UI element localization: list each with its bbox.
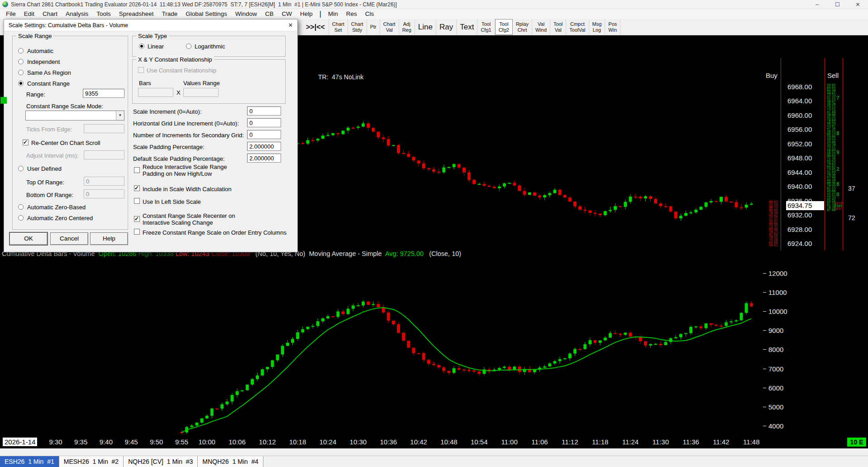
- radio-automatic[interactable]: [18, 48, 24, 53]
- row-input-4[interactable]: 2.000000: [247, 154, 281, 163]
- time-tick-label: 10:48: [439, 438, 459, 446]
- option-checkbox-3[interactable]: [134, 216, 140, 222]
- values-range-input: [183, 88, 219, 97]
- menu-item-min[interactable]: Min: [324, 9, 342, 19]
- row-input-3[interactable]: 2.000000: [247, 142, 281, 151]
- radio-linear[interactable]: [139, 43, 144, 49]
- menu-item-res[interactable]: Res: [342, 9, 361, 19]
- time-tick-label: 11:24: [620, 438, 640, 446]
- toolbar-button-line: Cfg1: [481, 27, 491, 33]
- option-checkbox-2[interactable]: [134, 198, 140, 204]
- radio-user-defined[interactable]: [18, 166, 24, 171]
- toolbar-button-ray[interactable]: Ray: [436, 19, 457, 35]
- radio-linear-label: Linear: [148, 43, 164, 50]
- values-range-label: Values Range: [183, 80, 220, 87]
- delta-tick: 8000: [763, 346, 783, 353]
- dom-buy-header: Buy: [766, 72, 777, 79]
- menu-item-chart[interactable]: Chart: [38, 9, 62, 19]
- menu-item-analysis[interactable]: Analysis: [62, 9, 92, 19]
- option-checkbox-label-2: Use In Left Side Scale: [143, 198, 201, 205]
- radio-automatic-zero-based[interactable]: [18, 204, 24, 210]
- menu-bar: FileEditChartAnalysisToolsSpreadsheetTra…: [0, 9, 868, 19]
- radio-constant-range[interactable]: [18, 81, 24, 86]
- delta-tick-label: 5000: [768, 403, 783, 411]
- menu-item-help[interactable]: Help: [296, 9, 317, 19]
- toolbar-button-chart-stdy[interactable]: ChartStdy: [348, 19, 367, 35]
- menu-item-spreadsheet[interactable]: Spreadsheet: [115, 9, 158, 19]
- toolbar-button-rplay-chrt[interactable]: RplayChrt: [513, 19, 532, 35]
- counter-value: 72: [848, 214, 855, 221]
- menu-item-file[interactable]: File: [2, 9, 20, 19]
- menu-item-global-settings[interactable]: Global Settings: [181, 9, 231, 19]
- option-checkbox-1[interactable]: [134, 185, 140, 191]
- maximize-button[interactable]: ☐: [827, 0, 848, 9]
- time-tick-label: 11:06: [529, 438, 549, 446]
- toolbar-button-line: Stdy: [352, 27, 362, 33]
- toolbar-button-tool-cfg1[interactable]: ToolCfg1: [477, 19, 495, 35]
- chevron-down-icon[interactable]: ▼: [116, 111, 124, 120]
- time-tick-label: 9:30: [46, 438, 66, 446]
- radio-same-as-region[interactable]: [18, 70, 24, 75]
- toolbar-button-adj-reg[interactable]: AdjReg: [399, 19, 415, 35]
- price-tick: 6932.00: [787, 211, 824, 219]
- use-constant-relationship-checkbox: [138, 67, 144, 73]
- radio-constant-range-label: Constant Range: [27, 80, 70, 87]
- toolbar-button-cmpct-toolval[interactable]: CmpctToolVal: [566, 19, 589, 35]
- range-input[interactable]: 9355: [83, 89, 124, 98]
- toolbar-button-chart-val[interactable]: ChartVal: [380, 19, 399, 35]
- toolbar-button-line: Chrt: [518, 27, 527, 33]
- help-button[interactable]: Help: [90, 232, 128, 245]
- toolbar-button-tool-cfg2[interactable]: ToolCfg2: [495, 19, 513, 35]
- menu-item-cls[interactable]: Cls: [361, 9, 378, 19]
- dom-size-number: 7: [836, 95, 839, 101]
- chart-tab-mnqh26[interactable]: MNQH26 1 Min #4: [198, 456, 263, 467]
- toolbar-button-text[interactable]: Text: [457, 19, 477, 35]
- toolbar-nav-scroll-button[interactable]: >>|<<: [302, 19, 329, 35]
- toolbar-button-line: ToolVal: [569, 27, 585, 33]
- menu-item-edit[interactable]: Edit: [20, 9, 38, 19]
- menu-item-tools[interactable]: Tools: [92, 9, 115, 19]
- cancel-button[interactable]: Cancel: [50, 232, 88, 245]
- chart-tab-esh26[interactable]: ESH26 1 Min #1: [0, 456, 59, 467]
- menu-item-window[interactable]: Window: [231, 9, 261, 19]
- toolbar-button-ptr[interactable]: Ptr: [367, 19, 380, 35]
- option-checkbox-4[interactable]: [134, 229, 140, 235]
- chart-period-badge[interactable]: 10 E: [847, 438, 866, 447]
- ok-button[interactable]: OK: [10, 232, 48, 245]
- dom-size-number: 2: [836, 166, 839, 172]
- dom-size-number: 8: [836, 181, 839, 187]
- radio-independent[interactable]: [18, 59, 24, 64]
- depth-digit-texture: 87: [827, 209, 830, 212]
- delta-tick: 6000: [763, 384, 783, 392]
- x-separator-label: X: [176, 89, 181, 96]
- recenter-on-scroll-checkbox[interactable]: [23, 140, 29, 145]
- toolbar-button-msg-log[interactable]: MsgLog: [589, 19, 606, 35]
- option-checkbox-0[interactable]: [134, 167, 140, 173]
- dialog-title-bar[interactable]: Scale Settings: Cumulative Delta Bars - …: [4, 19, 297, 31]
- toolbar-button-chart-set[interactable]: ChartSet: [329, 19, 348, 35]
- radio-automatic-zero-centered[interactable]: [18, 215, 24, 221]
- row-input-0[interactable]: 0: [247, 106, 281, 116]
- toolbar-button-val-wind[interactable]: ValWind: [532, 19, 550, 35]
- radio-logarithmic[interactable]: [186, 43, 191, 49]
- toolbar-button-tool-val[interactable]: ToolVal: [550, 19, 566, 35]
- time-axis[interactable]: 2026-1-14 9:309:359:409:459:509:5510:001…: [0, 436, 868, 448]
- time-tick-label: 10:30: [348, 438, 368, 446]
- menu-item-cw[interactable]: CW: [278, 9, 296, 19]
- chart-tab-mesh26[interactable]: MESH26 1 Min #2: [59, 456, 124, 467]
- time-tick-label: 11:00: [500, 438, 520, 446]
- chart-tab-nqh26[interactable]: NQH26 [CV] 1 Min #3: [124, 456, 198, 467]
- toolbar-button-line[interactable]: Line: [415, 19, 436, 35]
- time-tick-label: 11:36: [681, 438, 701, 446]
- dialog-close-icon[interactable]: ✕: [284, 22, 297, 29]
- scale-mode-dropdown[interactable]: Re-Center To The Last Bar On E ▼: [25, 111, 124, 120]
- row-input-1[interactable]: 0: [247, 118, 281, 127]
- menu-item-cb[interactable]: CB: [261, 9, 278, 19]
- toolbar-button-line: Cfg2: [499, 27, 509, 33]
- menu-item-trade[interactable]: Trade: [157, 9, 181, 19]
- minimize-button[interactable]: –: [807, 0, 827, 9]
- radio-automatic-zero-based-label: Automatic Zero-Based: [27, 204, 86, 211]
- row-input-2[interactable]: 0: [247, 130, 281, 139]
- close-button[interactable]: ✕: [848, 0, 868, 9]
- toolbar-button-pos-win[interactable]: PosWin: [605, 19, 620, 35]
